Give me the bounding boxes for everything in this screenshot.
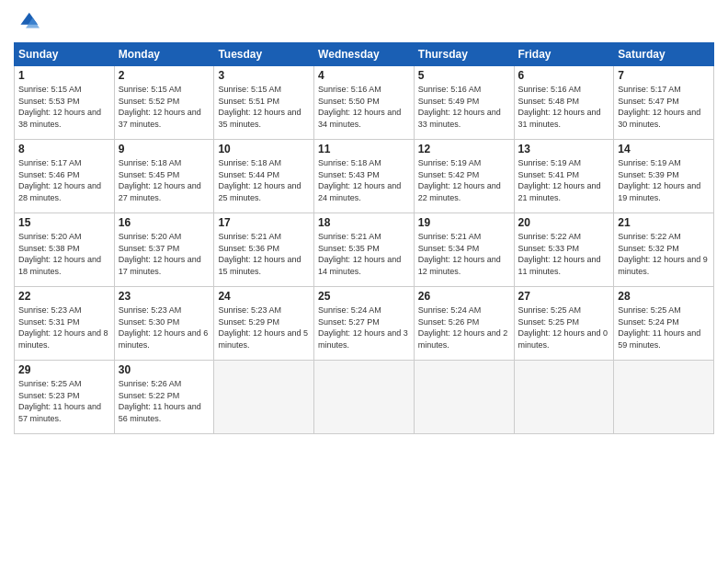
sunset: Sunset: 5:42 PM (418, 170, 480, 179)
day-info: Sunrise: 5:26 AM Sunset: 5:22 PM Dayligh… (119, 378, 210, 424)
calendar-page: SundayMondayTuesdayWednesdayThursdayFrid… (0, 0, 728, 563)
sunrise: Sunrise: 5:24 AM (418, 305, 482, 315)
day-header-tuesday: Tuesday (214, 43, 314, 66)
logo-icon (14, 9, 40, 35)
day-header-wednesday: Wednesday (314, 43, 415, 66)
daylight: Daylight: 12 hours and 0 minutes. (518, 328, 609, 350)
sunrise: Sunrise: 5:25 AM (18, 379, 82, 388)
day-info: Sunrise: 5:24 AM Sunset: 5:26 PM Dayligh… (418, 304, 510, 350)
calendar-cell: 17 Sunrise: 5:21 AM Sunset: 5:36 PM Dayl… (214, 213, 314, 287)
calendar-cell: 30 Sunrise: 5:26 AM Sunset: 5:22 PM Dayl… (114, 361, 214, 434)
daylight: Daylight: 12 hours and 18 minutes. (18, 255, 101, 276)
sunset: Sunset: 5:33 PM (518, 244, 580, 253)
calendar-cell: 8 Sunrise: 5:17 AM Sunset: 5:46 PM Dayli… (15, 140, 115, 213)
calendar-cell: 22 Sunrise: 5:23 AM Sunset: 5:31 PM Dayl… (15, 287, 115, 361)
day-number: 11 (318, 143, 410, 155)
daylight: Daylight: 12 hours and 37 minutes. (119, 108, 201, 129)
day-number: 14 (618, 143, 710, 155)
day-header-friday: Friday (514, 43, 614, 66)
sunrise: Sunrise: 5:18 AM (318, 158, 381, 167)
day-header-saturday: Saturday (614, 43, 714, 66)
day-number: 4 (318, 69, 410, 82)
calendar-cell (514, 361, 614, 434)
daylight: Daylight: 12 hours and 31 minutes. (518, 108, 601, 129)
calendar-cell: 26 Sunrise: 5:24 AM Sunset: 5:26 PM Dayl… (414, 287, 514, 361)
sunrise: Sunrise: 5:20 AM (119, 232, 182, 241)
calendar-cell (214, 361, 314, 434)
day-info: Sunrise: 5:25 AM Sunset: 5:23 PM Dayligh… (18, 378, 110, 424)
calendar-cell (414, 361, 514, 434)
calendar-cell: 1 Sunrise: 5:15 AM Sunset: 5:53 PM Dayli… (15, 66, 115, 140)
daylight: Daylight: 11 hours and 56 minutes. (119, 402, 201, 423)
day-info: Sunrise: 5:18 AM Sunset: 5:44 PM Dayligh… (218, 157, 310, 203)
daylight: Daylight: 12 hours and 33 minutes. (418, 108, 501, 129)
daylight: Daylight: 12 hours and 19 minutes. (618, 181, 700, 202)
sunrise: Sunrise: 5:23 AM (18, 305, 82, 315)
week-row-3: 15 Sunrise: 5:20 AM Sunset: 5:38 PM Dayl… (15, 213, 714, 287)
calendar-cell: 4 Sunrise: 5:16 AM Sunset: 5:50 PM Dayli… (314, 66, 415, 140)
sunset: Sunset: 5:36 PM (218, 244, 279, 253)
day-number: 8 (18, 143, 110, 155)
daylight: Daylight: 12 hours and 38 minutes. (18, 108, 101, 129)
sunrise: Sunrise: 5:21 AM (218, 232, 281, 241)
calendar-cell (314, 361, 415, 434)
sunset: Sunset: 5:26 PM (418, 317, 480, 327)
sunset: Sunset: 5:29 PM (218, 317, 279, 327)
day-number: 26 (418, 290, 510, 303)
sunrise: Sunrise: 5:25 AM (618, 305, 681, 315)
sunrise: Sunrise: 5:15 AM (119, 85, 182, 94)
day-number: 17 (218, 216, 310, 229)
daylight: Daylight: 12 hours and 28 minutes. (18, 181, 101, 202)
week-row-2: 8 Sunrise: 5:17 AM Sunset: 5:46 PM Dayli… (15, 140, 714, 213)
daylight: Daylight: 11 hours and 57 minutes. (18, 402, 101, 423)
calendar-cell: 18 Sunrise: 5:21 AM Sunset: 5:35 PM Dayl… (314, 213, 415, 287)
sunrise: Sunrise: 5:19 AM (618, 158, 681, 167)
day-info: Sunrise: 5:25 AM Sunset: 5:24 PM Dayligh… (618, 304, 710, 350)
week-row-4: 22 Sunrise: 5:23 AM Sunset: 5:31 PM Dayl… (15, 287, 714, 361)
day-info: Sunrise: 5:15 AM Sunset: 5:51 PM Dayligh… (218, 84, 310, 130)
day-info: Sunrise: 5:18 AM Sunset: 5:43 PM Dayligh… (318, 157, 410, 203)
sunset: Sunset: 5:45 PM (119, 170, 180, 179)
calendar-cell: 11 Sunrise: 5:18 AM Sunset: 5:43 PM Dayl… (314, 140, 415, 213)
daylight: Daylight: 12 hours and 30 minutes. (618, 108, 700, 129)
day-info: Sunrise: 5:22 AM Sunset: 5:33 PM Dayligh… (518, 231, 610, 277)
daylight: Daylight: 12 hours and 25 minutes. (218, 181, 301, 202)
calendar-cell: 2 Sunrise: 5:15 AM Sunset: 5:52 PM Dayli… (114, 66, 214, 140)
calendar-cell: 5 Sunrise: 5:16 AM Sunset: 5:49 PM Dayli… (414, 66, 514, 140)
calendar-cell: 24 Sunrise: 5:23 AM Sunset: 5:29 PM Dayl… (214, 287, 314, 361)
day-info: Sunrise: 5:22 AM Sunset: 5:32 PM Dayligh… (618, 231, 710, 277)
daylight: Daylight: 12 hours and 2 minutes. (418, 328, 508, 350)
day-header-sunday: Sunday (15, 43, 115, 66)
sunset: Sunset: 5:51 PM (218, 97, 279, 106)
daylight: Daylight: 12 hours and 21 minutes. (518, 181, 601, 202)
daylight: Daylight: 12 hours and 34 minutes. (318, 108, 401, 129)
calendar-cell: 19 Sunrise: 5:21 AM Sunset: 5:34 PM Dayl… (414, 213, 514, 287)
daylight: Daylight: 12 hours and 24 minutes. (318, 181, 401, 202)
day-number: 6 (518, 69, 610, 82)
day-info: Sunrise: 5:21 AM Sunset: 5:34 PM Dayligh… (418, 231, 510, 277)
day-number: 16 (119, 216, 210, 229)
sunrise: Sunrise: 5:16 AM (518, 85, 582, 94)
sunset: Sunset: 5:38 PM (18, 244, 80, 253)
sunrise: Sunrise: 5:22 AM (518, 232, 582, 241)
day-header-thursday: Thursday (414, 43, 514, 66)
sunset: Sunset: 5:53 PM (18, 97, 80, 106)
day-number: 29 (18, 363, 110, 376)
sunset: Sunset: 5:41 PM (518, 170, 580, 179)
sunset: Sunset: 5:25 PM (518, 317, 580, 327)
sunrise: Sunrise: 5:20 AM (18, 232, 82, 241)
calendar-cell: 23 Sunrise: 5:23 AM Sunset: 5:30 PM Dayl… (114, 287, 214, 361)
day-info: Sunrise: 5:23 AM Sunset: 5:29 PM Dayligh… (218, 304, 310, 350)
day-info: Sunrise: 5:20 AM Sunset: 5:38 PM Dayligh… (18, 231, 110, 277)
sunset: Sunset: 5:22 PM (119, 391, 180, 400)
day-info: Sunrise: 5:15 AM Sunset: 5:53 PM Dayligh… (18, 84, 110, 130)
calendar-cell: 15 Sunrise: 5:20 AM Sunset: 5:38 PM Dayl… (15, 213, 115, 287)
sunrise: Sunrise: 5:16 AM (418, 85, 482, 94)
calendar-cell (614, 361, 714, 434)
calendar-cell: 6 Sunrise: 5:16 AM Sunset: 5:48 PM Dayli… (514, 66, 614, 140)
day-info: Sunrise: 5:20 AM Sunset: 5:37 PM Dayligh… (119, 231, 210, 277)
day-info: Sunrise: 5:16 AM Sunset: 5:48 PM Dayligh… (518, 84, 610, 130)
daylight: Daylight: 12 hours and 15 minutes. (218, 255, 301, 276)
day-number: 3 (218, 69, 310, 82)
calendar-cell: 27 Sunrise: 5:25 AM Sunset: 5:25 PM Dayl… (514, 287, 614, 361)
